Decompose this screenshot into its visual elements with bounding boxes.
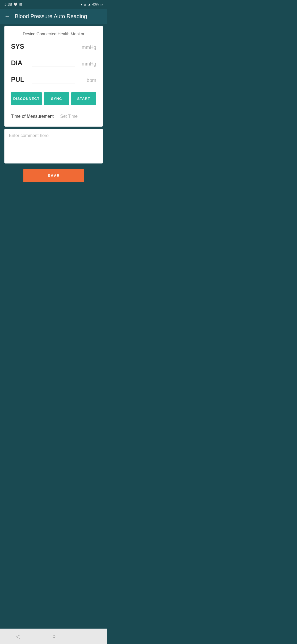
sync-button[interactable]: SYNC [44,92,69,105]
sys-row: SYS mmHg [11,43,96,53]
status-bar: 5:38 🤍 ⊡ ▾ ▲ ▲ 43% ▭ [0,0,107,9]
page-title: Blood Pressure Auto Reading [15,13,87,20]
pul-unit: bpm [80,78,96,83]
pul-input-line [32,76,75,83]
dia-row: DIA mmHg [11,59,96,69]
main-content: Device Connected Health Monitor SYS mmHg… [0,26,107,206]
wifi-icon: ▾ [81,2,82,6]
signal-icon-2: ▲ [88,2,91,6]
save-button-wrapper: SAVE [4,169,103,182]
save-button[interactable]: SAVE [23,169,84,182]
pul-row: PUL bpm [11,76,96,86]
start-button[interactable]: START [71,92,96,105]
signal-icon: ▲ [83,2,87,6]
status-bar-left: 5:38 🤍 ⊡ [4,2,22,7]
sys-label: SYS [11,43,28,50]
reading-card: Device Connected Health Monitor SYS mmHg… [4,26,103,127]
set-time-button[interactable]: Set Time [60,114,78,119]
time-of-measurement-row: Time of Measurement Set Time [11,113,96,120]
action-buttons: DISCONNECT SYNC START [11,92,96,105]
status-time: 5:38 [4,2,12,7]
device-status-label: Device Connected Health Monitor [11,31,96,36]
dia-input-line [32,59,75,67]
status-bar-right: ▾ ▲ ▲ 43% ▭ [81,2,103,6]
pul-label: PUL [11,76,28,83]
media-icon: ⊡ [19,2,22,6]
health-icon: 🤍 [13,2,18,6]
sys-input-line [32,43,75,50]
sys-unit: mmHg [80,45,96,50]
battery-icon: ▭ [100,2,103,6]
dia-unit: mmHg [80,61,96,67]
comment-input[interactable] [9,133,98,158]
time-of-measurement-label: Time of Measurement [11,114,54,119]
battery-text: 43% [92,2,99,6]
dia-label: DIA [11,59,28,67]
app-header: ← Blood Pressure Auto Reading [0,9,107,24]
comment-box [4,129,103,163]
disconnect-button[interactable]: DISCONNECT [11,92,42,105]
back-button[interactable]: ← [4,13,10,20]
